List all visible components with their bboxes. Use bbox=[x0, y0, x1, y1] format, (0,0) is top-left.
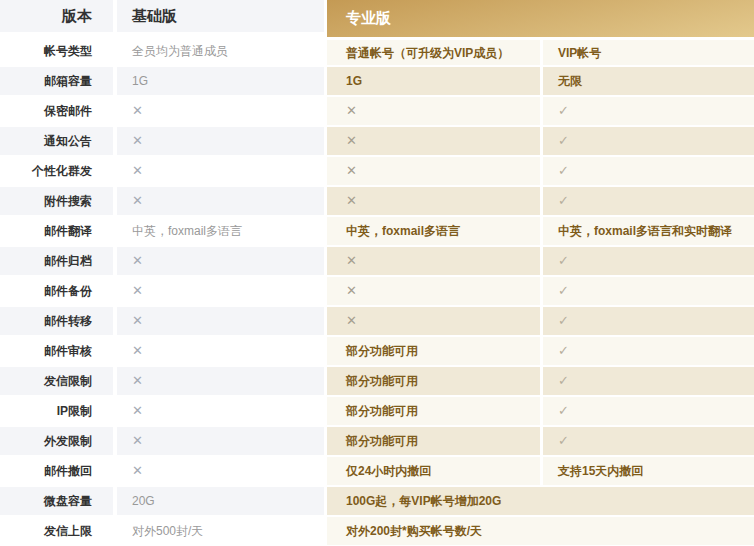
column-header-pro-edition: 专业版 bbox=[327, 0, 754, 37]
table-row: 个性化群发✕✕✓ bbox=[0, 157, 754, 187]
table-row: IP限制✕部分功能可用✓ bbox=[0, 397, 754, 427]
basic-edition-value: 1G bbox=[117, 67, 327, 97]
column-header-version: 版本 bbox=[0, 0, 117, 37]
pro-vip-account-value: ✓ bbox=[543, 187, 754, 217]
feature-label: 保密邮件 bbox=[0, 97, 117, 127]
basic-edition-value: ✕ bbox=[117, 127, 327, 157]
pricing-comparison-page: 版本 基础版 专业版 帐号类型全员均为普通成员普通帐号（可升级为VIP成员）VI… bbox=[0, 0, 754, 546]
feature-label: 邮件归档 bbox=[0, 247, 117, 277]
basic-edition-value: ✕ bbox=[117, 397, 327, 427]
table-row: 通知公告✕✕✓ bbox=[0, 127, 754, 157]
pro-edition-value-span: 100G起，每VIP帐号增加20G bbox=[327, 487, 754, 517]
pro-normal-account-value: 普通帐号（可升级为VIP成员） bbox=[327, 37, 543, 67]
feature-label: IP限制 bbox=[0, 397, 117, 427]
pro-normal-account-value: ✕ bbox=[327, 127, 543, 157]
feature-label: 外发限制 bbox=[0, 427, 117, 457]
pro-vip-account-value: ✓ bbox=[543, 247, 754, 277]
pro-vip-account-value: ✓ bbox=[543, 307, 754, 337]
basic-edition-value: ✕ bbox=[117, 277, 327, 307]
pro-normal-account-value: 部分功能可用 bbox=[327, 397, 543, 427]
pro-normal-account-value: ✕ bbox=[327, 97, 543, 127]
feature-label: 邮件翻译 bbox=[0, 217, 117, 247]
pro-vip-account-value: ✓ bbox=[543, 427, 754, 457]
basic-edition-value: ✕ bbox=[117, 247, 327, 277]
feature-label: 发信限制 bbox=[0, 367, 117, 397]
table-row: 邮件备份✕✕✓ bbox=[0, 277, 754, 307]
pro-vip-account-value: VIP帐号 bbox=[543, 37, 754, 67]
basic-edition-value: ✕ bbox=[117, 427, 327, 457]
pro-vip-account-value: ✓ bbox=[543, 397, 754, 427]
feature-label: 微盘容量 bbox=[0, 487, 117, 517]
feature-label: 通知公告 bbox=[0, 127, 117, 157]
feature-label: 邮件审核 bbox=[0, 337, 117, 367]
pro-vip-account-value: ✓ bbox=[543, 367, 754, 397]
pro-vip-account-value: 中英，foxmail多语言和实时翻译 bbox=[543, 217, 754, 247]
basic-edition-value: 20G bbox=[117, 487, 327, 517]
pro-vip-account-value: ✓ bbox=[543, 337, 754, 367]
basic-edition-value: 中英，foxmail多语言 bbox=[117, 217, 327, 247]
pro-vip-account-value: 支持15天内撤回 bbox=[543, 457, 754, 487]
pro-vip-account-value: ✓ bbox=[543, 97, 754, 127]
table-row: 保密邮件✕✕✓ bbox=[0, 97, 754, 127]
table-row: 邮件归档✕✕✓ bbox=[0, 247, 754, 277]
pro-normal-account-value: 1G bbox=[327, 67, 543, 97]
basic-edition-value: ✕ bbox=[117, 307, 327, 337]
feature-label: 帐号类型 bbox=[0, 37, 117, 67]
pro-normal-account-value: ✕ bbox=[327, 277, 543, 307]
pro-normal-account-value: 仅24小时内撤回 bbox=[327, 457, 543, 487]
pro-vip-account-value: ✓ bbox=[543, 127, 754, 157]
pro-normal-account-value: ✕ bbox=[327, 307, 543, 337]
table-row: 发信上限对外500封/天对外200封*购买帐号数/天 bbox=[0, 517, 754, 546]
column-header-basic-edition: 基础版 bbox=[117, 0, 327, 37]
basic-edition-value: ✕ bbox=[117, 157, 327, 187]
table-row: 邮件审核✕部分功能可用✓ bbox=[0, 337, 754, 367]
pro-normal-account-value: 部分功能可用 bbox=[327, 367, 543, 397]
pro-normal-account-value: 部分功能可用 bbox=[327, 427, 543, 457]
pro-normal-account-value: 中英，foxmail多语言 bbox=[327, 217, 543, 247]
basic-edition-value: ✕ bbox=[117, 457, 327, 487]
table-body: 帐号类型全员均为普通成员普通帐号（可升级为VIP成员）VIP帐号邮箱容量1G1G… bbox=[0, 37, 754, 546]
pro-normal-account-value: ✕ bbox=[327, 187, 543, 217]
comparison-table: 版本 基础版 专业版 帐号类型全员均为普通成员普通帐号（可升级为VIP成员）VI… bbox=[0, 0, 754, 546]
basic-edition-value: 对外500封/天 bbox=[117, 517, 327, 546]
basic-edition-value: ✕ bbox=[117, 337, 327, 367]
pro-normal-account-value: ✕ bbox=[327, 247, 543, 277]
pro-vip-account-value: ✓ bbox=[543, 157, 754, 187]
table-row: 邮件撤回✕仅24小时内撤回支持15天内撤回 bbox=[0, 457, 754, 487]
table-row: 邮箱容量1G1G无限 bbox=[0, 67, 754, 97]
feature-label: 邮箱容量 bbox=[0, 67, 117, 97]
table-row: 帐号类型全员均为普通成员普通帐号（可升级为VIP成员）VIP帐号 bbox=[0, 37, 754, 67]
feature-label: 邮件转移 bbox=[0, 307, 117, 337]
feature-label: 邮件备份 bbox=[0, 277, 117, 307]
feature-label: 邮件撤回 bbox=[0, 457, 117, 487]
table-row: 外发限制✕部分功能可用✓ bbox=[0, 427, 754, 457]
feature-label: 个性化群发 bbox=[0, 157, 117, 187]
table-row: 邮件翻译中英，foxmail多语言中英，foxmail多语言中英，foxmail… bbox=[0, 217, 754, 247]
pro-vip-account-value: 无限 bbox=[543, 67, 754, 97]
pro-normal-account-value: 部分功能可用 bbox=[327, 337, 543, 367]
pro-normal-account-value: ✕ bbox=[327, 157, 543, 187]
pro-edition-value-span: 对外200封*购买帐号数/天 bbox=[327, 517, 754, 546]
table-row: 微盘容量20G100G起，每VIP帐号增加20G bbox=[0, 487, 754, 517]
basic-edition-value: 全员均为普通成员 bbox=[117, 37, 327, 67]
feature-label: 附件搜索 bbox=[0, 187, 117, 217]
table-row: 附件搜索✕✕✓ bbox=[0, 187, 754, 217]
feature-label: 发信上限 bbox=[0, 517, 117, 546]
basic-edition-value: ✕ bbox=[117, 367, 327, 397]
table-row: 邮件转移✕✕✓ bbox=[0, 307, 754, 337]
basic-edition-value: ✕ bbox=[117, 187, 327, 217]
basic-edition-value: ✕ bbox=[117, 97, 327, 127]
table-row: 发信限制✕部分功能可用✓ bbox=[0, 367, 754, 397]
pro-vip-account-value: ✓ bbox=[543, 277, 754, 307]
header-row: 版本 基础版 专业版 bbox=[0, 0, 754, 37]
